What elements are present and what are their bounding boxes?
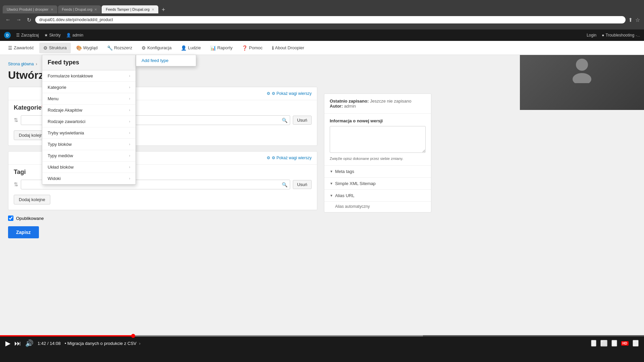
dropdown-typy-blokow[interactable]: Typy bloków ›	[42, 139, 136, 150]
rodzaje-akapitow-arrow: ›	[129, 108, 130, 112]
admin-bar-manage[interactable]: ☰ Zarządzaj	[16, 33, 39, 38]
toolbar-zawartość[interactable]: ☰ Zawartość	[4, 43, 38, 53]
zawartość-icon: ☰	[8, 45, 12, 51]
kategorie-arrow: ›	[129, 85, 130, 89]
toolbar-rozszerz-label: Rozszerz	[114, 45, 132, 50]
tryby-arrow: ›	[129, 131, 130, 135]
show-weights-link-2[interactable]: ⚙ ⚙ Pokaż wagi wierszy	[267, 156, 312, 160]
toolbar-about-label: About Droopier	[275, 45, 304, 50]
dropdown-formularze[interactable]: Formularze kontaktowe ›	[42, 70, 136, 82]
show-weights-label-2: ⚙ Pokaż wagi wierszy	[272, 156, 312, 160]
toolbar-konfiguracja-label: Konfiguracja	[147, 45, 171, 50]
tab-3-close[interactable]: ✕	[152, 8, 154, 11]
weights-icon-2: ⚙	[267, 156, 270, 160]
rozszerz-icon: 🔧	[107, 45, 113, 51]
chevron-down-icon[interactable]: ⌄	[591, 340, 596, 347]
wygląd-icon: 🎨	[76, 45, 82, 51]
dropdown-widoki[interactable]: Widoki ›	[42, 173, 136, 184]
browser-tab-1[interactable]: Utwórz Produkt | droopier ✕	[3, 5, 57, 13]
fullscreen-icon[interactable]: ⛶	[633, 340, 639, 347]
feed-types-header: Feed types	[42, 55, 136, 70]
bookmark-icon[interactable]: ☆	[635, 17, 640, 23]
player-controls: ▶ ⏭ 🔊 1:42 / 14:08 • Migracja danych o p…	[0, 337, 644, 350]
tab-2-label: Feeds | Drupal.org	[62, 7, 93, 11]
ostatnio-zapisano-label: Ostatnio zapisano:	[330, 99, 369, 104]
share-icon[interactable]: ⬆	[628, 17, 633, 23]
admin-bar-troubleshooting[interactable]: ● Troubleshooting -...	[602, 33, 640, 38]
manage-label: Zarządzaj	[21, 33, 39, 38]
new-tab-button[interactable]: +	[159, 6, 168, 13]
show-weights-link-1[interactable]: ⚙ ⚙ Pokaż wagi wierszy	[267, 91, 312, 96]
player-chevron[interactable]: ›	[139, 341, 140, 346]
user-icon: 👤	[66, 33, 71, 38]
progress-bar[interactable]	[0, 335, 644, 337]
menu-menu-label: Menu	[48, 96, 59, 101]
toolbar-wygląd[interactable]: 🎨 Wygląd	[72, 43, 102, 53]
meta-tags-section[interactable]: ▼ Meta tags	[324, 166, 431, 178]
zapisz-button[interactable]: Zapisz	[8, 226, 39, 238]
toolbar-raporty[interactable]: 📊 Raporty	[206, 43, 237, 53]
toolbar-raporty-label: Raporty	[217, 45, 233, 50]
dropdown-typy-mediow[interactable]: Typy mediów ›	[42, 150, 136, 162]
skip-button[interactable]: ⏭	[14, 340, 21, 347]
widoki-arrow: ›	[129, 177, 130, 180]
breadcrumb-separator: ›	[36, 62, 37, 66]
browser-tab-2[interactable]: Feeds | Drupal.org ✕	[58, 5, 101, 13]
admin-bar-user[interactable]: 👤 admin	[66, 33, 84, 38]
subtitles-icon[interactable]: ⬜	[600, 340, 607, 347]
video-player-bar: ▶ ⏭ 🔊 1:42 / 14:08 • Migracja danych o p…	[0, 335, 644, 362]
dropdown-rodzaje-akapitow[interactable]: Rodzaje Akapitów ›	[42, 105, 136, 116]
add-feed-type-item[interactable]: Add feed type	[136, 55, 196, 66]
drag-handle-1[interactable]: ⇅	[14, 117, 18, 123]
reload-button[interactable]: ↻	[25, 16, 33, 24]
toolbar-struktura[interactable]: ⚙ Struktura	[39, 43, 71, 53]
opublikowane-checkbox[interactable]	[8, 216, 13, 221]
toolbar-ludzie[interactable]: 👤 Ludzie	[177, 43, 205, 53]
browser-tab-3[interactable]: Feeds Tamper | Drupal.org ✕	[102, 5, 158, 13]
alias-url-section[interactable]: ▼ Alias URL	[324, 190, 431, 202]
address-input[interactable]	[35, 16, 626, 23]
forward-button[interactable]: →	[15, 16, 23, 23]
volume-button[interactable]: 🔊	[25, 339, 34, 347]
ostatnio-zapisano-value: Jeszcze nie zapisano	[370, 99, 412, 104]
settings-icon[interactable]: ⚙	[611, 340, 617, 347]
informacja-textarea[interactable]	[330, 126, 426, 153]
dropdown-kategorie[interactable]: Kategorie ›	[42, 82, 136, 93]
breadcrumb-home[interactable]: Strona główna	[8, 62, 34, 66]
play-button[interactable]: ▶	[5, 339, 10, 347]
dropdown-rodzaje-zawartosci[interactable]: Rodzaje zawartości ›	[42, 116, 136, 127]
simple-xml-section[interactable]: ▼ Simple XML Sitemap	[324, 178, 431, 190]
dodaj-kolejne-label-2: Dodaj kolejne	[19, 197, 45, 202]
troubleshooting-label: Troubleshooting	[606, 33, 635, 38]
tab-1-close[interactable]: ✕	[51, 8, 53, 11]
struktura-icon: ⚙	[43, 45, 48, 51]
toolbar-rozszerz[interactable]: 🔧 Rozszerz	[103, 43, 136, 53]
admin-bar-login[interactable]: Login	[587, 33, 596, 38]
formularze-arrow: ›	[129, 74, 130, 78]
drag-handle-2[interactable]: ⇅	[14, 181, 18, 188]
tryby-label: Tryby wyświetlania	[48, 130, 84, 135]
simple-xml-arrow: ▼	[330, 182, 333, 185]
toolbar-konfiguracja[interactable]: ⚙ Konfiguracja	[138, 43, 175, 53]
alias-url-arrow: ▼	[330, 194, 333, 197]
kategorie-search-icon: 🔍	[282, 118, 287, 123]
toolbar-about[interactable]: ℹ About Droopier	[268, 43, 308, 53]
dropdown-tryby[interactable]: Tryby wyświetlania ›	[42, 127, 136, 139]
dropdown-uklad[interactable]: Układ bloków ›	[42, 162, 136, 173]
last-saved-section: Ostatnio zapisano: Jeszcze nie zapisano …	[324, 94, 431, 114]
formularze-label: Formularze kontaktowe	[48, 73, 93, 78]
back-button[interactable]: ←	[4, 16, 12, 23]
meta-tags-arrow: ▼	[330, 170, 333, 173]
toolbar-wygląd-label: Wygląd	[83, 45, 98, 50]
kategorie-label: Kategorie	[14, 104, 42, 111]
tab-2-close[interactable]: ✕	[94, 8, 97, 11]
opublikowane-label: Opublikowane	[16, 216, 44, 221]
tagi-usun-button[interactable]: Usuń	[293, 180, 312, 189]
tagi-dodaj-button[interactable]: Dodaj kolejne	[14, 195, 50, 204]
feed-types-submenu: Add feed type	[136, 55, 196, 66]
admin-bar-skroty[interactable]: ★ Skróty	[44, 33, 61, 38]
kategorie-usun-button[interactable]: Usuń	[293, 116, 312, 125]
dropdown-menu[interactable]: Menu ›	[42, 93, 136, 105]
toolbar-pomoc[interactable]: ❓ Pomoc	[238, 43, 266, 53]
usun-label-2: Usuń	[297, 182, 307, 187]
